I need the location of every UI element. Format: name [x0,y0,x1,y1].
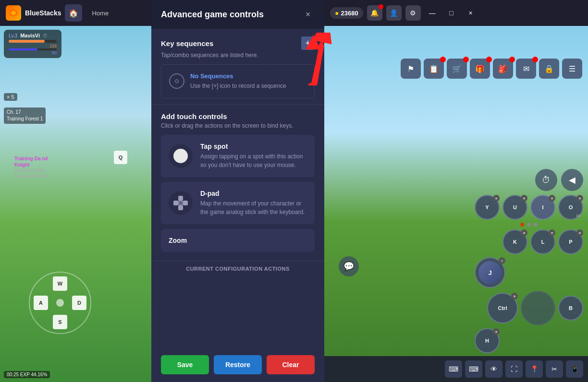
save-button[interactable]: Save [161,355,209,374]
mp-value: 50 [9,50,57,55]
bluestacks-logo [6,5,21,21]
q-key[interactable]: Q [114,151,127,164]
svg-rect-4 [173,201,178,205]
map-icon-btn[interactable]: 📍 [526,360,543,378]
dpad-title: D-pad [200,190,307,197]
key-sequences-title: Key sequences [161,39,213,48]
b-skill-btn[interactable]: B [558,296,583,321]
game-top-icons: ⚑ 📋 🛒 🎁 🎒 ✉ 🔒 ☰ [324,55,588,83]
dialog-title: Advanced game controls [161,10,264,20]
minimize-button[interactable]: — [425,5,440,21]
touch-controls-section: Add touch controls Click or drag the act… [151,104,324,261]
coin-display: ● 23680 [330,7,363,19]
ctrl-skill-btn[interactable]: Ctrl × [487,293,518,323]
tap-spot-desc: Assign tapping on a spot with this actio… [200,152,307,169]
fullscreen-icon-btn[interactable]: ⛶ [505,360,523,378]
no-sequences-title: No Sequences [190,72,286,80]
y-skill-btn[interactable]: Y × [475,195,500,220]
keyboard-icon-btn[interactable]: ⌨ [445,360,462,378]
map-icon[interactable]: ⚑ [401,59,421,79]
chat-button[interactable]: 💬 [339,256,359,276]
profile-button[interactable]: 👤 [386,5,402,21]
u-skill-btn[interactable]: U × [502,195,527,220]
character-ui: Lv.3 MavisVi ⏱ 159 50 [4,30,61,58]
k-skill-btn[interactable]: K × [502,229,527,254]
dpad-desc: Map the movement of your character or th… [200,199,307,216]
key-sequences-section: Key sequences + Tap/combo sequences are … [151,29,324,104]
eye-icon-btn[interactable]: 👁 [485,360,502,378]
timer-display: 00:25 EXP 44.16% [4,371,50,378]
clock-button[interactable]: ⏱ [535,169,557,191]
svg-rect-3 [178,205,183,210]
clear-button[interactable]: Clear [267,355,315,374]
o-skill-btn[interactable]: O × 10 [558,195,583,220]
p-skill-btn[interactable]: P × [558,229,583,254]
svg-rect-2 [178,196,183,201]
app-branding: BlueStacks 🏠 Home [0,4,151,22]
no-sequences-box: ⊙ No Sequences Use the [+] icon to recor… [161,64,315,98]
tap-spot-title: Tap spot [200,143,307,150]
char-level: Lv.3 [9,33,17,38]
dpad-card[interactable]: D-pad Map the movement of your character… [161,182,315,224]
dialog-close-button[interactable]: × [301,8,315,21]
l-skill-btn[interactable]: L × [530,229,555,254]
settings-button[interactable]: ⚙ [405,5,421,21]
game-area-right: ⚑ 📋 🛒 🎁 🎒 ✉ 🔒 ☰ ⏱ ◀ Y × U [324,26,588,382]
stars-display: × 5 [4,93,17,101]
restore-button[interactable]: Restore [214,355,262,374]
dialog-footer: Save Restore Clear [151,349,324,382]
tab-home[interactable]: Home [86,10,114,17]
advanced-controls-dialog: Advanced game controls × Key sequences +… [151,0,324,382]
tap-spot-icon [169,144,193,168]
hp-value: 159 [9,44,57,48]
dpad-icon [169,191,193,215]
bag-icon[interactable]: 🎒 [493,59,513,79]
maximize-button[interactable]: □ [444,5,459,21]
enemy-label: Training Da nd Knight Hunt Tino (5/5) Sp… [14,155,48,179]
close-window-button[interactable]: × [463,5,478,21]
d-key[interactable]: D [72,296,86,310]
svg-rect-5 [183,201,188,205]
h-skill-btn[interactable]: H × [475,328,500,353]
add-sequence-button[interactable]: + [301,36,315,50]
dialog-header: Advanced game controls × [151,0,324,29]
quest-icon[interactable]: 📋 [424,59,444,79]
wasd-control[interactable]: W A S D [29,272,91,334]
key-sequences-desc: Tap/combo sequences are listed here. [161,52,315,59]
no-sequences-desc: Use the [+] icon to record a sequence [190,82,286,90]
j-skill-btn[interactable]: J × [475,257,505,288]
menu-icon[interactable]: ☰ [562,59,582,79]
w-key[interactable]: W [53,276,67,291]
i-skill-btn[interactable]: I × [530,195,555,220]
touch-controls-title: Add touch controls [161,112,315,120]
phone-icon-btn[interactable]: 📱 [566,360,583,378]
lock-icon[interactable]: 🔒 [539,59,559,79]
coin-amount: 23680 [341,10,358,17]
brand-name: BlueStacks [25,9,61,17]
char-name: MavisVi [20,33,40,38]
zoom-card[interactable]: Zoom [161,229,315,252]
big-skill-btn[interactable] [521,291,555,325]
home-button[interactable]: 🏠 [65,4,82,22]
keyboard2-icon-btn[interactable]: ⌨ [465,360,482,378]
gift-icon[interactable]: 🎁 [470,59,490,79]
current-config-title: Current configuration actions [161,266,315,272]
mail-icon[interactable]: ✉ [516,59,536,79]
game-area-left: Lv.3 MavisVi ⏱ 159 50 × 5 Ch. 17 Trainin… [0,26,151,382]
zoom-title: Zoom [169,237,307,244]
a-key[interactable]: A [34,296,48,310]
scissors-icon-btn[interactable]: ✂ [546,360,563,378]
s-key[interactable]: S [53,315,67,329]
svg-point-7 [179,202,182,204]
tap-spot-card[interactable]: Tap spot Assign tapping on a spot with t… [161,135,315,177]
dialog-body[interactable]: Key sequences + Tap/combo sequences are … [151,29,324,349]
skill-area: ⏱ ◀ Y × U × I × O × 10 [475,169,583,353]
location-display: Ch. 17 Training Forest 1 [4,107,46,124]
notification-button[interactable]: 🔔 [367,5,382,21]
back-button[interactable]: ◀ [561,169,583,191]
touch-controls-desc: Click or drag the actions on the screen … [161,122,315,129]
no-sequences-icon: ⊙ [169,73,184,89]
current-config-section: Current configuration actions [151,261,324,275]
shop-icon[interactable]: 🛒 [447,59,467,79]
